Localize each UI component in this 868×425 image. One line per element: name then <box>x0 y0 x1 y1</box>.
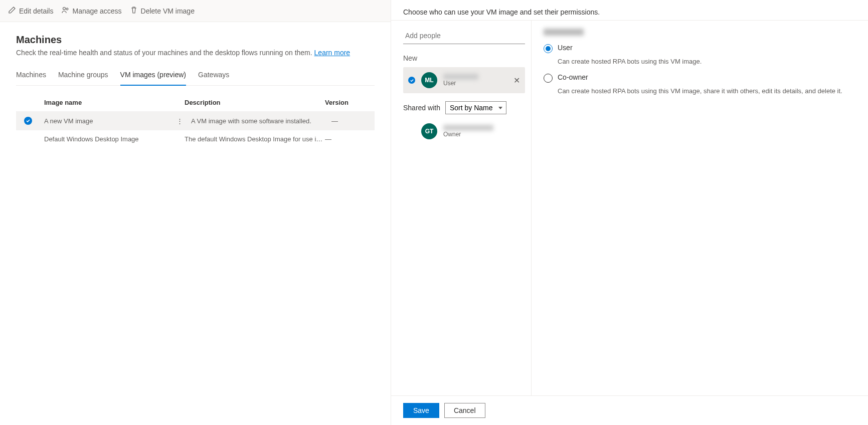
people-icon <box>61 6 69 16</box>
table-header-row: Image name Description Version <box>16 94 375 111</box>
header-version[interactable]: Version <box>325 99 355 106</box>
tab-gateways[interactable]: Gateways <box>198 67 229 85</box>
tab-machines[interactable]: Machines <box>16 67 46 85</box>
delete-vm-label: Delete VM image <box>141 7 195 15</box>
pencil-icon <box>8 6 16 16</box>
header-description[interactable]: Description <box>185 99 325 106</box>
person-role: User <box>443 80 520 87</box>
row-description: A VM image with some software installed. <box>191 117 331 125</box>
row-image-name: Default Windows Desktop Image <box>44 135 185 143</box>
check-icon <box>408 77 415 84</box>
add-people-input[interactable] <box>403 29 525 44</box>
svg-point-1 <box>67 8 69 10</box>
toolbar: Edit details Manage access Delete VM ima… <box>0 0 391 22</box>
page-subtitle: Check the real-time health and status of… <box>16 49 375 57</box>
page-title: Machines <box>16 34 375 46</box>
permission-coowner-desc: Can create hosted RPA bots using this VM… <box>558 87 856 96</box>
tab-vm-images[interactable]: VM images (preview) <box>120 67 186 86</box>
edit-details-label: Edit details <box>19 7 53 15</box>
table-row[interactable]: Default Windows Desktop Image The defaul… <box>16 130 375 148</box>
row-description: The default Windows Desktop Image for us… <box>185 135 325 143</box>
delete-vm-button[interactable]: Delete VM image <box>130 6 195 16</box>
permission-coowner-label: Co-owner <box>558 73 588 81</box>
svg-point-0 <box>63 8 66 10</box>
avatar: ML <box>421 72 437 88</box>
permission-user-radio[interactable]: User <box>544 44 856 53</box>
person-name-redacted <box>443 125 493 131</box>
remove-person-icon[interactable]: ✕ <box>513 76 520 85</box>
tabs: Machines Machine groups VM images (previ… <box>16 67 375 86</box>
person-name-redacted <box>443 74 478 80</box>
header-image-name[interactable]: Image name <box>44 99 185 106</box>
row-more-icon[interactable]: ⋮ <box>172 117 187 125</box>
permission-title-redacted <box>544 29 584 36</box>
learn-more-link[interactable]: Learn more <box>314 49 351 57</box>
new-section-label: New <box>403 54 525 62</box>
sort-select[interactable]: Sort by Name <box>445 101 506 114</box>
manage-access-button[interactable]: Manage access <box>61 6 121 16</box>
new-person-card[interactable]: ML User ✕ <box>403 67 525 93</box>
table-row[interactable]: A new VM image ⋮ A VM image with some so… <box>16 111 375 130</box>
person-role: Owner <box>443 131 520 138</box>
panel-description: Choose who can use your VM image and set… <box>391 0 868 20</box>
radio-icon <box>544 74 553 83</box>
trash-icon <box>130 6 138 16</box>
permission-coowner-radio[interactable]: Co-owner <box>544 73 856 83</box>
permission-user-desc: Can create hosted RPA bots using this VM… <box>558 57 856 66</box>
edit-details-button[interactable]: Edit details <box>8 6 53 16</box>
row-image-name: A new VM image <box>44 117 185 125</box>
manage-access-panel: Choose who can use your VM image and set… <box>391 0 868 425</box>
manage-access-label: Manage access <box>72 7 121 15</box>
avatar: GT <box>421 123 437 139</box>
cancel-button[interactable]: Cancel <box>444 403 485 418</box>
vm-images-table: Image name Description Version A new VM … <box>16 94 375 148</box>
shared-with-label: Shared with <box>403 104 440 112</box>
permission-user-label: User <box>558 44 573 52</box>
tab-machine-groups[interactable]: Machine groups <box>58 67 108 85</box>
shared-person-card[interactable]: GT Owner <box>403 118 525 144</box>
row-version: — <box>325 135 355 143</box>
page-subtitle-text: Check the real-time health and status of… <box>16 49 314 57</box>
save-button[interactable]: Save <box>403 403 439 418</box>
check-icon <box>24 117 32 125</box>
row-version: — <box>331 117 362 125</box>
radio-icon <box>544 44 553 53</box>
